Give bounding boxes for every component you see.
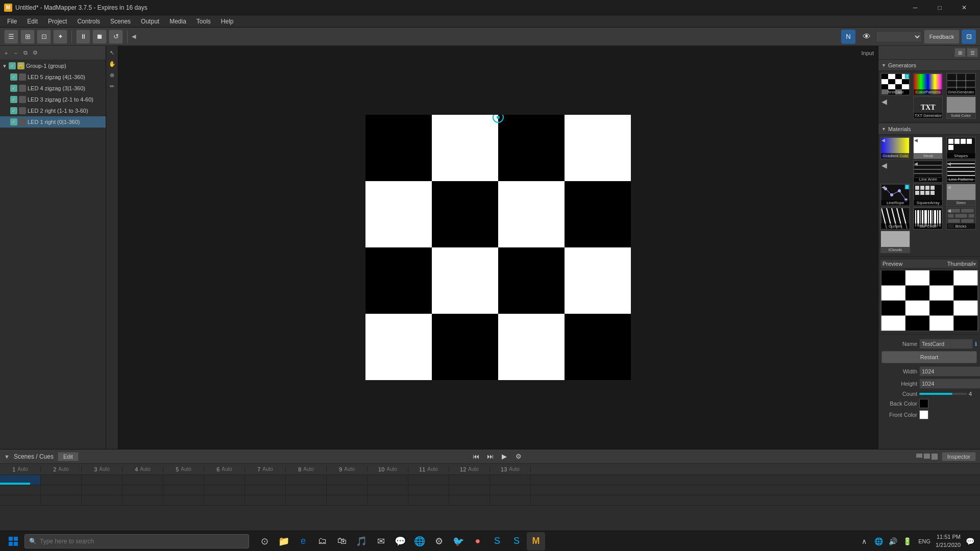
taskbar-mail-icon[interactable]: ✉ [372, 532, 390, 550]
layer-vis-led5[interactable]: ✓ [10, 73, 17, 81]
menu-project[interactable]: Project [43, 17, 72, 26]
tl-cell-1-7[interactable] [245, 475, 286, 485]
menu-media[interactable]: Media [164, 17, 191, 26]
tl-play-btn[interactable]: ▶ [499, 451, 510, 462]
close-button[interactable]: ✕ [952, 0, 976, 15]
transform-tool-button[interactable]: ⊕ [108, 70, 117, 80]
tl-cell-1-8[interactable] [286, 475, 327, 485]
material-gradient[interactable]: ◀ Gradient Colo [880, 137, 910, 159]
tray-volume-icon[interactable]: 🔊 [887, 535, 899, 547]
materials-section-header[interactable]: ▼ Materials [878, 123, 980, 135]
layer-lock-led3[interactable] [19, 96, 26, 103]
layer-item-led2[interactable]: ✓ LED 2 right (1-1 to 3-60) [0, 105, 106, 116]
tl-settings-btn[interactable]: ⚙ [513, 451, 524, 462]
tl-cell-2-2[interactable] [41, 485, 82, 495]
tl-cell-3-3[interactable] [82, 495, 122, 505]
toolbar-grid-button[interactable]: ⊞ [20, 30, 35, 44]
tl-cell-1-10[interactable] [368, 475, 408, 485]
tl-cell-1-6[interactable] [204, 475, 245, 485]
add-layer-icon[interactable]: + [2, 49, 10, 57]
layer-lock-led4[interactable] [19, 85, 26, 92]
material-strob[interactable]: ◀ Strob [913, 137, 943, 159]
material-curtain[interactable]: Curtain [880, 207, 910, 230]
output-select[interactable] [876, 31, 922, 42]
settings-icon-button[interactable]: ⊡ [962, 30, 976, 44]
taskbar-explorer-icon[interactable]: 📁 [275, 532, 293, 550]
material-siren[interactable]: ◀ Siren [946, 184, 976, 206]
toolbar-stop-button[interactable]: ⏹ [92, 30, 107, 44]
toolbar-star-button[interactable]: ✦ [53, 30, 67, 44]
tl-to-start-btn[interactable]: ⏮ [470, 451, 481, 462]
tl-cell-3-6[interactable] [204, 495, 245, 505]
taskbar-itunes-icon[interactable]: 🎵 [352, 532, 371, 550]
tl-size-small[interactable] [916, 454, 922, 458]
minimize-button[interactable]: ─ [903, 0, 927, 15]
taskbar-cortana-icon[interactable]: ⊙ [255, 532, 274, 550]
tray-network-icon[interactable]: 🌐 [872, 535, 885, 547]
layer-item-led3[interactable]: ✓ LED 3 zigzag (2-1 to 4-60) [0, 94, 106, 105]
inspector-button[interactable]: Inspector [942, 452, 976, 461]
tl-cell-2-5[interactable] [163, 485, 204, 495]
tl-cell-1-1[interactable] [0, 475, 41, 485]
tl-cell-3-12[interactable] [449, 495, 490, 505]
tl-cell-2-10[interactable] [368, 485, 408, 495]
taskbar-madmapper-icon[interactable]: M [527, 532, 545, 550]
tl-cell-2-1[interactable] [0, 485, 41, 495]
tray-chevron-icon[interactable]: ∧ [858, 535, 870, 547]
restart-button[interactable]: Restart [881, 351, 977, 363]
tl-cell-1-11[interactable] [408, 475, 449, 485]
taskbar-app2-icon[interactable]: ● [469, 532, 487, 550]
menu-scenes[interactable]: Scenes [105, 17, 136, 26]
tl-cell-1-9[interactable] [327, 475, 368, 485]
layer-vis-led3[interactable]: ✓ [10, 96, 17, 103]
menu-edit[interactable]: Edit [22, 17, 43, 26]
scroll-arrow[interactable]: ◀ [132, 33, 136, 40]
material-linerope[interactable]: 2 ◀ LineRope [880, 184, 910, 206]
layer-vis-led4[interactable]: ✓ [10, 85, 17, 92]
count-slider-track[interactable] [919, 393, 967, 395]
taskbar-files-icon[interactable]: 🗂 [313, 532, 332, 550]
tl-cell-3-9[interactable] [327, 495, 368, 505]
tray-battery-icon[interactable]: 🔋 [901, 535, 913, 547]
tl-cell-1-2[interactable] [41, 475, 82, 485]
tl-cell-3-10[interactable] [368, 495, 408, 505]
layer-item-group[interactable]: ▼ ✓ 🔒 Group-1 (group) [0, 60, 106, 71]
tl-cell-3-5[interactable] [163, 495, 204, 505]
menu-controls[interactable]: Controls [72, 17, 105, 26]
eye-button[interactable]: 👁 [860, 30, 874, 44]
tl-cell-1-13[interactable] [490, 475, 531, 485]
taskbar-skype-icon[interactable]: S [488, 532, 506, 550]
tl-cell-2-8[interactable] [286, 485, 327, 495]
generators-section-header[interactable]: ▼ Generators [878, 60, 980, 71]
taskbar-store-icon[interactable]: 🛍 [333, 532, 351, 550]
material-bricks[interactable]: ◀ Bricks [946, 207, 976, 230]
layer-lock-group[interactable]: 🔒 [17, 62, 24, 69]
timeline-collapse-btn[interactable]: ▼ [4, 454, 10, 460]
tl-cell-3-4[interactable] [122, 495, 163, 505]
canvas-area[interactable]: Input [118, 46, 878, 449]
start-button[interactable] [4, 532, 22, 550]
toolbar-select-button[interactable]: ⊡ [37, 30, 51, 44]
materials-expand[interactable]: ◀ [880, 160, 912, 183]
feedback-button[interactable]: Feedback [924, 30, 960, 44]
rp-view-btn-1[interactable]: ⊞ [954, 48, 966, 57]
layer-vis-group[interactable]: ✓ [9, 62, 16, 69]
width-input[interactable] [919, 366, 980, 377]
layer-settings-icon[interactable]: ⚙ [31, 49, 39, 57]
layer-item-led5[interactable]: ✓ LED 5 zigzag (4|1-360) [0, 71, 106, 83]
tl-cell-2-6[interactable] [204, 485, 245, 495]
tl-to-end-btn[interactable]: ⏭ [484, 451, 496, 462]
material-barcode[interactable]: Bar Code [913, 207, 943, 230]
tl-cell-1-3[interactable] [82, 475, 122, 485]
back-color-swatch[interactable] [919, 399, 928, 408]
layer-item-led4[interactable]: ✓ LED 4 zigzag (3|1-360) [0, 83, 106, 94]
timeline-edit-button[interactable]: Edit [58, 452, 79, 461]
layer-vis-led1[interactable]: ✓ [10, 118, 17, 126]
front-color-swatch[interactable] [919, 410, 928, 419]
rp-view-btn-2[interactable]: ☰ [967, 48, 978, 57]
tl-cell-3-11[interactable] [408, 495, 449, 505]
generators-expand[interactable]: ◀ [880, 96, 912, 119]
toolbar-layers-button[interactable]: ☰ [4, 30, 18, 44]
toolbar-refresh-button[interactable]: ↺ [109, 30, 123, 44]
search-bar[interactable]: 🔍 [24, 534, 249, 548]
